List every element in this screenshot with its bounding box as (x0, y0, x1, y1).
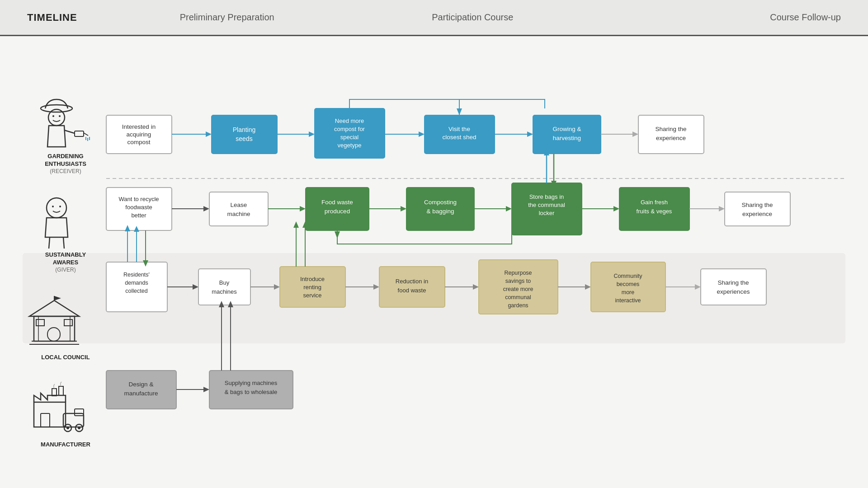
svg-rect-40 (75, 409, 84, 416)
svg-text:demands: demands (125, 280, 148, 286)
svg-point-5 (52, 115, 54, 117)
svg-text:create more: create more (503, 286, 533, 292)
svg-text:Buy: Buy (219, 279, 230, 286)
box-s7 (725, 192, 790, 226)
svg-text:AWARES: AWARES (53, 259, 79, 266)
svg-text:LOCAL COUNCIL: LOCAL COUNCIL (41, 354, 90, 361)
manufacturer-icon (34, 382, 84, 432)
svg-rect-36 (52, 389, 57, 396)
gardening-label: GARDENING (47, 153, 83, 160)
main-container: TIMELINE Preliminary Preparation Partici… (0, 0, 868, 488)
svg-marker-81 (300, 206, 306, 211)
svg-text:(GIVER): (GIVER) (55, 267, 75, 273)
svg-marker-60 (419, 131, 425, 137)
svg-text:Planting: Planting (233, 126, 256, 133)
svg-marker-142 (203, 387, 209, 392)
svg-text:Sharing the: Sharing the (741, 202, 773, 208)
box-s2 (209, 192, 268, 226)
svg-point-6 (59, 115, 61, 117)
svg-text:compost: compost (127, 139, 150, 145)
phase-1: Preliminary Preparation (104, 12, 350, 23)
timeline-label: TIMELINE (27, 12, 77, 23)
svg-line-9 (84, 133, 88, 136)
svg-text:harvesting: harvesting (553, 135, 581, 141)
svg-text:Sharing the: Sharing the (655, 126, 686, 132)
svg-text:compost for: compost for (334, 126, 365, 132)
svg-text:Growing &: Growing & (552, 126, 581, 132)
svg-point-44 (78, 427, 80, 429)
sustainably-icon (45, 198, 68, 249)
svg-text:Community: Community (613, 273, 642, 279)
box-s5 (512, 183, 582, 235)
svg-line-7 (64, 130, 75, 133)
gardening-icon (41, 99, 90, 147)
svg-text:Repurpose: Repurpose (504, 270, 532, 276)
svg-text:foodwaste: foodwaste (125, 204, 152, 211)
svg-text:machine: machine (227, 211, 250, 217)
svg-text:Introduce: Introduce (300, 276, 325, 282)
box-g2 (212, 115, 277, 154)
svg-text:Composting: Composting (424, 199, 457, 206)
svg-point-16 (52, 206, 54, 207)
svg-text:interactive: interactive (615, 297, 641, 304)
svg-marker-89 (506, 206, 512, 211)
svg-text:SUSTAINABLY: SUSTAINABLY (45, 251, 86, 258)
svg-text:produced: produced (325, 208, 350, 215)
diagram-svg: GARDENING ENTHUSIASTS (RECEIVER) SUSTAIN… (23, 45, 845, 479)
svg-text:better: better (131, 212, 146, 219)
svg-marker-54 (309, 131, 315, 137)
svg-text:food waste: food waste (398, 287, 426, 294)
svg-text:experiences: experiences (717, 288, 750, 295)
svg-text:closest shed: closest shed (442, 134, 476, 141)
svg-marker-68 (632, 131, 638, 137)
svg-text:the communal: the communal (528, 202, 565, 208)
svg-text:machines: machines (212, 288, 237, 295)
svg-marker-98 (719, 206, 725, 211)
svg-text:Need more: Need more (335, 117, 364, 124)
svg-text:& bagging: & bagging (427, 208, 454, 215)
box-c1 (106, 262, 167, 312)
svg-text:Residents': Residents' (123, 272, 150, 278)
svg-text:Reduction in: Reduction in (396, 278, 428, 285)
svg-text:gardens: gardens (508, 302, 528, 309)
svg-marker-85 (401, 206, 406, 211)
svg-text:fruits & veges: fruits & veges (637, 208, 672, 215)
svg-marker-71 (457, 108, 462, 115)
box-c2 (198, 269, 250, 305)
svg-text:renting: renting (303, 284, 321, 291)
svg-text:Store bags in: Store bags in (529, 193, 564, 200)
svg-text:acquiring: acquiring (127, 131, 151, 138)
svg-text:ENTHUSIASTS: ENTHUSIASTS (45, 160, 86, 167)
svg-text:Gain fresh: Gain fresh (641, 199, 668, 206)
svg-line-19 (63, 237, 64, 249)
phase-3: Course Follow-up (595, 12, 841, 23)
svg-marker-77 (203, 206, 209, 211)
svg-text:Design &: Design & (129, 381, 154, 388)
svg-marker-50 (206, 131, 212, 137)
svg-text:Sharing the: Sharing the (717, 279, 749, 286)
svg-text:savings to: savings to (505, 278, 531, 284)
svg-text:MANUFACTURER: MANUFACTURER (41, 441, 90, 448)
svg-line-18 (49, 237, 50, 249)
svg-text:more: more (622, 289, 635, 296)
svg-text:Interested in: Interested in (122, 123, 156, 130)
svg-text:experience: experience (742, 211, 772, 217)
svg-text:experience: experience (656, 135, 686, 141)
svg-rect-37 (59, 386, 63, 395)
timeline-header: TIMELINE Preliminary Preparation Partici… (0, 0, 868, 36)
svg-rect-38 (41, 413, 50, 427)
svg-text:Visit the: Visit the (448, 126, 470, 132)
svg-text:special: special (340, 134, 359, 141)
svg-marker-94 (613, 206, 619, 211)
svg-text:locker: locker (539, 210, 555, 216)
svg-point-15 (47, 198, 66, 218)
svg-text:(RECEIVER): (RECEIVER) (50, 168, 81, 174)
svg-text:collected: collected (125, 288, 147, 294)
svg-marker-101 (335, 231, 340, 239)
svg-text:communal: communal (505, 294, 531, 300)
svg-text:Want to recycle: Want to recycle (118, 196, 159, 202)
svg-text:Food waste: Food waste (321, 199, 353, 206)
svg-text:& bags to wholesale: & bags to wholesale (225, 389, 277, 395)
svg-text:becomes: becomes (617, 281, 640, 287)
svg-point-17 (59, 206, 61, 207)
